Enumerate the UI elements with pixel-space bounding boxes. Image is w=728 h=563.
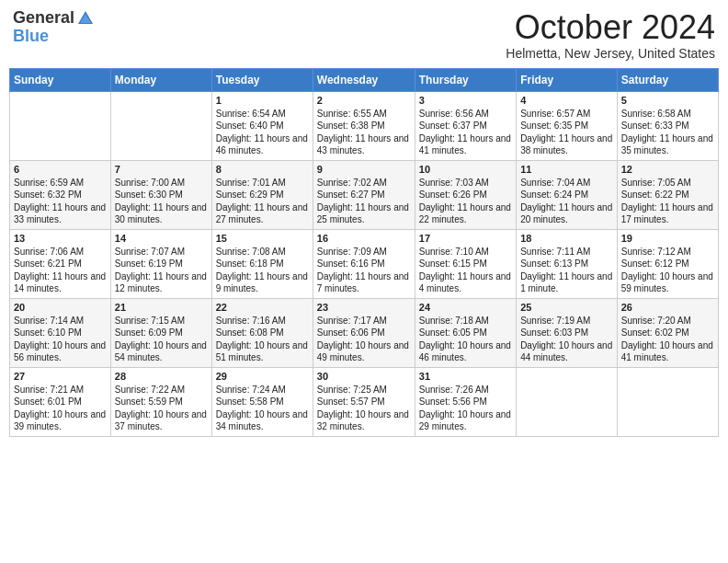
day-content: Sunrise: 7:08 AM Sunset: 6:18 PM Dayligh… [216, 246, 309, 295]
calendar-cell [10, 91, 111, 160]
day-number: 13 [14, 233, 107, 244]
day-content: Sunrise: 7:00 AM Sunset: 6:30 PM Dayligh… [115, 177, 208, 226]
day-number: 28 [115, 371, 208, 382]
day-content: Sunrise: 7:06 AM Sunset: 6:21 PM Dayligh… [14, 246, 107, 295]
day-number: 30 [317, 371, 411, 382]
day-number: 18 [520, 233, 613, 244]
calendar-cell: 3Sunrise: 6:56 AM Sunset: 6:37 PM Daylig… [415, 91, 516, 160]
col-header-friday: Friday [517, 68, 618, 91]
calendar-week-1: 1Sunrise: 6:54 AM Sunset: 6:40 PM Daylig… [10, 91, 719, 160]
day-number: 20 [14, 302, 107, 313]
day-number: 5 [621, 95, 714, 106]
day-content: Sunrise: 6:54 AM Sunset: 6:40 PM Dayligh… [216, 108, 309, 157]
calendar-cell: 13Sunrise: 7:06 AM Sunset: 6:21 PM Dayli… [10, 229, 111, 298]
calendar-cell: 22Sunrise: 7:16 AM Sunset: 6:08 PM Dayli… [211, 298, 313, 367]
day-content: Sunrise: 7:25 AM Sunset: 5:57 PM Dayligh… [317, 384, 411, 433]
day-content: Sunrise: 7:02 AM Sunset: 6:27 PM Dayligh… [317, 177, 411, 226]
calendar-week-3: 13Sunrise: 7:06 AM Sunset: 6:21 PM Dayli… [10, 229, 719, 298]
day-number: 2 [317, 95, 411, 106]
day-content: Sunrise: 7:07 AM Sunset: 6:19 PM Dayligh… [115, 246, 208, 295]
day-content: Sunrise: 6:59 AM Sunset: 6:32 PM Dayligh… [14, 177, 107, 226]
logo-general: General [13, 9, 74, 28]
day-number: 10 [419, 164, 512, 175]
calendar-cell: 8Sunrise: 7:01 AM Sunset: 6:29 PM Daylig… [211, 160, 313, 229]
calendar-cell: 18Sunrise: 7:11 AM Sunset: 6:13 PM Dayli… [517, 229, 618, 298]
day-number: 31 [419, 371, 512, 382]
day-number: 26 [621, 302, 714, 313]
day-number: 11 [520, 164, 613, 175]
day-number: 24 [419, 302, 512, 313]
day-number: 25 [520, 302, 613, 313]
day-number: 8 [216, 164, 309, 175]
day-number: 6 [14, 164, 107, 175]
calendar-cell: 23Sunrise: 7:17 AM Sunset: 6:06 PM Dayli… [313, 298, 415, 367]
day-content: Sunrise: 6:56 AM Sunset: 6:37 PM Dayligh… [419, 108, 512, 157]
day-number: 9 [317, 164, 411, 175]
calendar-cell: 20Sunrise: 7:14 AM Sunset: 6:10 PM Dayli… [10, 298, 111, 367]
calendar-cell: 28Sunrise: 7:22 AM Sunset: 5:59 PM Dayli… [110, 367, 211, 436]
calendar-cell: 26Sunrise: 7:20 AM Sunset: 6:02 PM Dayli… [617, 298, 718, 367]
location-text: Helmetta, New Jersey, United States [506, 46, 715, 61]
day-number: 17 [419, 233, 512, 244]
calendar-cell: 25Sunrise: 7:19 AM Sunset: 6:03 PM Dayli… [517, 298, 618, 367]
day-number: 19 [621, 233, 714, 244]
day-number: 21 [115, 302, 208, 313]
day-content: Sunrise: 7:17 AM Sunset: 6:06 PM Dayligh… [317, 315, 411, 364]
calendar-cell [110, 91, 211, 160]
calendar-cell: 7Sunrise: 7:00 AM Sunset: 6:30 PM Daylig… [110, 160, 211, 229]
day-content: Sunrise: 7:21 AM Sunset: 6:01 PM Dayligh… [14, 384, 107, 433]
calendar-cell [517, 367, 618, 436]
calendar-cell: 16Sunrise: 7:09 AM Sunset: 6:16 PM Dayli… [313, 229, 415, 298]
logo-icon [76, 9, 95, 28]
day-content: Sunrise: 7:19 AM Sunset: 6:03 PM Dayligh… [520, 315, 613, 364]
calendar-cell: 11Sunrise: 7:04 AM Sunset: 6:24 PM Dayli… [517, 160, 618, 229]
col-header-sunday: Sunday [10, 68, 111, 91]
logo: General Blue [13, 9, 95, 46]
calendar-table: SundayMondayTuesdayWednesdayThursdayFrid… [9, 68, 719, 437]
day-content: Sunrise: 7:20 AM Sunset: 6:02 PM Dayligh… [621, 315, 714, 364]
day-content: Sunrise: 7:16 AM Sunset: 6:08 PM Dayligh… [216, 315, 309, 364]
col-header-monday: Monday [110, 68, 211, 91]
calendar-cell: 10Sunrise: 7:03 AM Sunset: 6:26 PM Dayli… [415, 160, 516, 229]
col-header-tuesday: Tuesday [211, 68, 313, 91]
day-content: Sunrise: 7:15 AM Sunset: 6:09 PM Dayligh… [115, 315, 208, 364]
calendar-week-2: 6Sunrise: 6:59 AM Sunset: 6:32 PM Daylig… [10, 160, 719, 229]
calendar-cell: 21Sunrise: 7:15 AM Sunset: 6:09 PM Dayli… [110, 298, 211, 367]
col-header-thursday: Thursday [415, 68, 516, 91]
calendar-week-5: 27Sunrise: 7:21 AM Sunset: 6:01 PM Dayli… [10, 367, 719, 436]
calendar-cell: 30Sunrise: 7:25 AM Sunset: 5:57 PM Dayli… [313, 367, 415, 436]
page-header: General Blue October 2024 Helmetta, New … [9, 9, 719, 61]
calendar-cell: 14Sunrise: 7:07 AM Sunset: 6:19 PM Dayli… [110, 229, 211, 298]
calendar-cell: 24Sunrise: 7:18 AM Sunset: 6:05 PM Dayli… [415, 298, 516, 367]
day-number: 16 [317, 233, 411, 244]
calendar-cell: 9Sunrise: 7:02 AM Sunset: 6:27 PM Daylig… [313, 160, 415, 229]
day-content: Sunrise: 7:18 AM Sunset: 6:05 PM Dayligh… [419, 315, 512, 364]
day-content: Sunrise: 7:11 AM Sunset: 6:13 PM Dayligh… [520, 246, 613, 295]
day-number: 7 [115, 164, 208, 175]
day-number: 14 [115, 233, 208, 244]
day-number: 27 [14, 371, 107, 382]
day-content: Sunrise: 7:10 AM Sunset: 6:15 PM Dayligh… [419, 246, 512, 295]
col-header-wednesday: Wednesday [313, 68, 415, 91]
month-title: October 2024 [506, 9, 715, 46]
calendar-week-4: 20Sunrise: 7:14 AM Sunset: 6:10 PM Dayli… [10, 298, 719, 367]
day-content: Sunrise: 7:26 AM Sunset: 5:56 PM Dayligh… [419, 384, 512, 433]
day-content: Sunrise: 7:03 AM Sunset: 6:26 PM Dayligh… [419, 177, 512, 226]
day-content: Sunrise: 7:24 AM Sunset: 5:58 PM Dayligh… [216, 384, 309, 433]
calendar-cell: 29Sunrise: 7:24 AM Sunset: 5:58 PM Dayli… [211, 367, 313, 436]
day-content: Sunrise: 6:58 AM Sunset: 6:33 PM Dayligh… [621, 108, 714, 157]
logo-blue: Blue [13, 27, 49, 45]
calendar-cell: 1Sunrise: 6:54 AM Sunset: 6:40 PM Daylig… [211, 91, 313, 160]
day-content: Sunrise: 7:04 AM Sunset: 6:24 PM Dayligh… [520, 177, 613, 226]
day-number: 4 [520, 95, 613, 106]
calendar-cell: 12Sunrise: 7:05 AM Sunset: 6:22 PM Dayli… [617, 160, 718, 229]
day-content: Sunrise: 7:12 AM Sunset: 6:12 PM Dayligh… [621, 246, 714, 295]
day-number: 22 [216, 302, 309, 313]
day-number: 12 [621, 164, 714, 175]
day-content: Sunrise: 7:14 AM Sunset: 6:10 PM Dayligh… [14, 315, 107, 364]
day-content: Sunrise: 7:05 AM Sunset: 6:22 PM Dayligh… [621, 177, 714, 226]
day-content: Sunrise: 7:22 AM Sunset: 5:59 PM Dayligh… [115, 384, 208, 433]
day-content: Sunrise: 6:55 AM Sunset: 6:38 PM Dayligh… [317, 108, 411, 157]
calendar-cell: 17Sunrise: 7:10 AM Sunset: 6:15 PM Dayli… [415, 229, 516, 298]
title-block: October 2024 Helmetta, New Jersey, Unite… [506, 9, 715, 61]
